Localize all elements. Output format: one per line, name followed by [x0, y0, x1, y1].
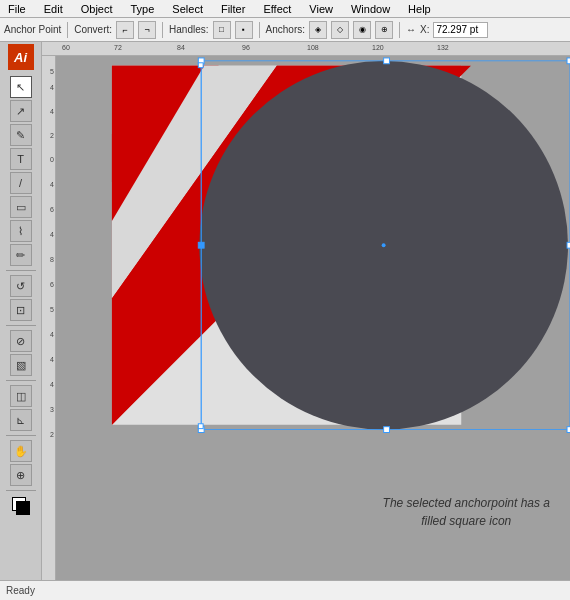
tool-scale[interactable]: ⊡ [10, 299, 32, 321]
ruler-v-mark-14: 4 [42, 381, 55, 388]
tool-sep-1 [6, 270, 36, 271]
red-band-1 [112, 66, 204, 221]
menu-filter[interactable]: Filter [217, 3, 249, 15]
tool-sep-2 [6, 325, 36, 326]
convert-btn-1[interactable]: ⌐ [116, 21, 134, 39]
menu-bar: File Edit Object Type Select Filter Effe… [0, 0, 570, 18]
toolbar: Anchor Point Convert: ⌐ ¬ Handles: □ ▪ A… [0, 18, 570, 42]
tool-warp[interactable]: ⊘ [10, 330, 32, 352]
tool-graph[interactable]: ▧ [10, 354, 32, 376]
ruler-h-mark-96: 96 [242, 44, 250, 51]
selection-box [201, 61, 570, 430]
anchor-point-label: Anchor Point [4, 24, 61, 35]
toolbar-sep-2 [162, 22, 163, 38]
convert-btn-2[interactable]: ¬ [138, 21, 156, 39]
menu-file[interactable]: File [4, 3, 30, 15]
ruler-v-mark-12: 4 [42, 331, 55, 338]
handle-ml-filled[interactable] [198, 242, 204, 248]
tool-direct-select[interactable]: ↗ [10, 100, 32, 122]
gray-band [112, 66, 277, 299]
red-shape-main [112, 66, 471, 425]
toolbar-sep-4 [399, 22, 400, 38]
handle-bl[interactable] [198, 427, 204, 433]
ai-logo: Ai [8, 44, 34, 70]
menu-select[interactable]: Select [168, 3, 207, 15]
ruler-h-mark-72: 72 [114, 44, 122, 51]
tool-type[interactable]: T [10, 148, 32, 170]
tool-sep-5 [6, 490, 36, 491]
canvas-wrapper: 60 72 84 96 108 120 132 5 4 4 2 0 4 6 4 … [42, 42, 570, 580]
ruler-v-mark-3: 4 [42, 108, 55, 115]
ruler-v-mark-13: 4 [42, 356, 55, 363]
ruler-h-mark-84: 84 [177, 44, 185, 51]
menu-type[interactable]: Type [127, 3, 159, 15]
ruler-h-mark-108: 108 [307, 44, 319, 51]
toolbox: Ai ↖ ↗ ✎ T / ▭ ⌇ ✏ ↺ ⊡ ⊘ ▧ ◫ ⊾ ✋ ⊕ [0, 42, 42, 580]
ruler-v-mark-8: 4 [42, 231, 55, 238]
x-indicator: ↔ [406, 24, 416, 35]
status-text: Ready [6, 585, 35, 596]
ruler-left: 5 4 4 2 0 4 6 4 8 6 5 4 4 4 3 2 [42, 56, 56, 580]
toolbar-sep-3 [259, 22, 260, 38]
ruler-v-mark-1: 5 [42, 68, 55, 75]
tool-rect[interactable]: ▭ [10, 196, 32, 218]
ruler-v-mark-6: 4 [42, 181, 55, 188]
menu-window[interactable]: Window [347, 3, 394, 15]
menu-object[interactable]: Object [77, 3, 117, 15]
ruler-v-mark-4: 2 [42, 132, 55, 139]
red-shape-top-left [112, 66, 219, 182]
ruler-v-mark-10: 6 [42, 281, 55, 288]
anchors-btn-3[interactable]: ◉ [353, 21, 371, 39]
artboard-bg [112, 66, 461, 425]
x-input[interactable] [433, 22, 488, 38]
ruler-v-mark-15: 3 [42, 406, 55, 413]
tool-hand[interactable]: ✋ [10, 440, 32, 462]
ruler-h-mark-60: 60 [62, 44, 70, 51]
menu-view[interactable]: View [305, 3, 337, 15]
ruler-top: 60 72 84 96 108 120 132 [42, 42, 570, 56]
tool-gradient[interactable]: ◫ [10, 385, 32, 407]
handle-bc[interactable] [384, 427, 390, 433]
handles-btn-1[interactable]: □ [213, 21, 231, 39]
red-band-2 [112, 66, 461, 425]
toolbar-sep-1 [67, 22, 68, 38]
tool-paintbrush[interactable]: ⌇ [10, 220, 32, 242]
tool-sep-3 [6, 380, 36, 381]
tool-pencil[interactable]: ✏ [10, 244, 32, 266]
anchors-btn-2[interactable]: ◇ [331, 21, 349, 39]
tool-pen[interactable]: ✎ [10, 124, 32, 146]
ruler-h-mark-132: 132 [437, 44, 449, 51]
tool-eyedropper[interactable]: ⊾ [10, 409, 32, 431]
ruler-v-mark-7: 6 [42, 206, 55, 213]
tool-line[interactable]: / [10, 172, 32, 194]
tool-select[interactable]: ↖ [10, 76, 32, 98]
bezier-cp-bottom[interactable] [198, 424, 203, 429]
canvas[interactable]: 5 4 4 2 0 4 6 4 8 6 5 4 4 4 3 2 [42, 56, 570, 580]
tool-sep-4 [6, 435, 36, 436]
handle-tc[interactable] [384, 58, 390, 64]
ruler-v-mark-9: 8 [42, 256, 55, 263]
menu-help[interactable]: Help [404, 3, 435, 15]
center-point [382, 243, 386, 247]
handle-tl[interactable] [198, 58, 204, 64]
bezier-cp-top[interactable] [198, 63, 203, 68]
x-label: X: [420, 24, 429, 35]
dark-circle [199, 61, 568, 430]
anchors-btn-4[interactable]: ⊕ [375, 21, 393, 39]
ruler-v-mark-5: 0 [42, 156, 55, 163]
anchors-btn-1[interactable]: ◈ [309, 21, 327, 39]
menu-effect[interactable]: Effect [259, 3, 295, 15]
status-bar: Ready [0, 580, 570, 600]
menu-edit[interactable]: Edit [40, 3, 67, 15]
handles-btn-2[interactable]: ▪ [235, 21, 253, 39]
tool-zoom[interactable]: ⊕ [10, 464, 32, 486]
ruler-v-mark-11: 5 [42, 306, 55, 313]
anchors-label: Anchors: [266, 24, 305, 35]
fill-stroke-indicator[interactable] [10, 495, 32, 517]
ruler-v-mark-2: 4 [42, 84, 55, 91]
convert-label: Convert: [74, 24, 112, 35]
annotation-line1: The selected anchorpoint has a [383, 496, 550, 510]
tool-rotate[interactable]: ↺ [10, 275, 32, 297]
annotation-line2: filled square icon [421, 514, 511, 528]
annotation: The selected anchorpoint has a filled sq… [383, 494, 550, 530]
